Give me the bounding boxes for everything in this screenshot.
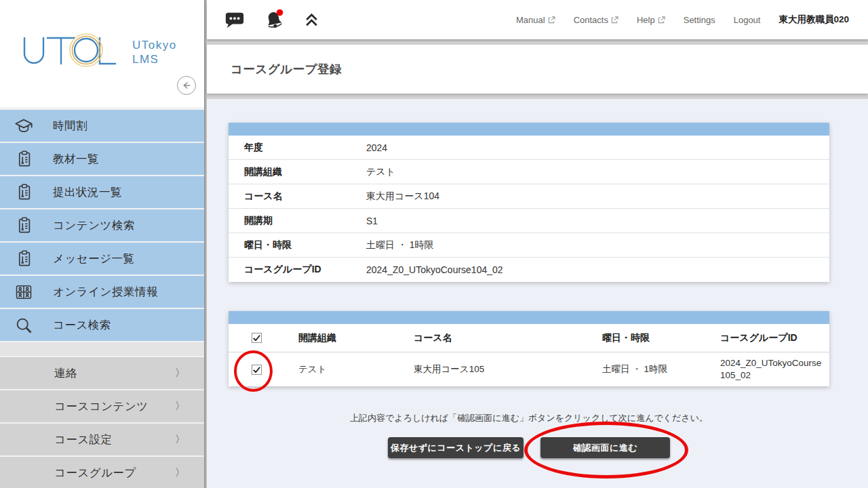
chevron-right-icon: 〉: [175, 400, 185, 413]
chevron-right-icon: 〉: [175, 367, 185, 380]
help-link-label: Help: [637, 15, 655, 25]
proceed-to-confirmation-button[interactable]: 確認画面に進む: [540, 437, 670, 458]
sidebar-item-materials[interactable]: 教材一覧: [0, 143, 204, 175]
course-selection-table: 開講組織 コース名 曜日・時限 コースグループID テスト 東大用コース105 …: [229, 311, 829, 386]
arrow-left-icon: [180, 79, 193, 92]
sidebar-section-contact[interactable]: 連絡 〉: [0, 357, 204, 389]
username: 東大用教職員020: [778, 14, 849, 26]
table-row: 曜日・時限 土曜日 ・ 1時限: [229, 233, 829, 258]
row-label: コースグループID: [229, 264, 366, 276]
settings-link[interactable]: Settings: [684, 15, 715, 25]
contacts-link[interactable]: Contacts: [574, 15, 618, 25]
external-link-icon: [611, 16, 618, 24]
table-row: 開講期 S1: [229, 209, 829, 233]
sidebar-item-submissions[interactable]: 提出状況一覧: [0, 176, 204, 208]
utol-logo: UTokyo LMS: [20, 31, 190, 75]
clipboard-icon: [14, 149, 34, 169]
manual-link-label: Manual: [516, 15, 545, 25]
row-label: 開講組織: [229, 166, 366, 178]
row-label: コース名: [229, 190, 366, 203]
sidebar-item-label: 教材一覧: [53, 152, 99, 167]
manual-link[interactable]: Manual: [516, 15, 555, 25]
logout-link[interactable]: Logout: [734, 15, 761, 25]
table-row: 開講組織 テスト: [229, 160, 829, 184]
cell-org: テスト: [285, 363, 403, 375]
cell-schedule: 土曜日 ・ 1時限: [590, 363, 709, 375]
sidebar-item-timetable[interactable]: 時間割: [0, 110, 204, 142]
sidebar-item-online-class[interactable]: オンライン授業情報: [0, 276, 204, 308]
back-to-course-top-button[interactable]: 保存せずにコーストップに戻る: [388, 437, 524, 458]
row-label: 曜日・時限: [229, 239, 366, 251]
help-link[interactable]: Help: [637, 15, 665, 25]
sidebar-section-label: 連絡: [54, 366, 77, 381]
sidebar-item-course-search[interactable]: コース検索: [0, 309, 204, 341]
row-checkbox[interactable]: [252, 365, 262, 375]
column-header: コースグループID: [709, 331, 829, 344]
main-content: 年度 2024 開講組織 テスト コース名 東大用コース104 開講期 S1 曜…: [207, 99, 868, 488]
logo-subtitle-2: LMS: [132, 53, 159, 66]
notification-badge: [277, 9, 283, 16]
contacts-link-label: Contacts: [574, 15, 608, 25]
sidebar: UTokyo LMS 時間割: [0, 0, 204, 488]
search-icon: [14, 315, 34, 336]
table-row: 年度 2024: [229, 136, 829, 160]
cell-course: 東大用コース105: [403, 363, 590, 375]
select-all-checkbox[interactable]: [252, 333, 262, 343]
notification-bell-icon[interactable]: [262, 8, 285, 31]
online-class-icon: [14, 282, 34, 302]
logo-panel: UTokyo LMS: [0, 0, 204, 107]
page-title: コースグループ登録: [231, 61, 342, 77]
row-value: 土曜日 ・ 1時限: [366, 239, 434, 251]
cell-group-id: 2024_Z0_UTokyoCourse105_02: [709, 357, 829, 381]
row-value: 2024: [366, 142, 387, 153]
column-header: 開講組織: [285, 332, 403, 344]
sidebar-item-label: メッセージ一覧: [53, 251, 135, 266]
sidebar-item-label: 提出状況一覧: [53, 185, 122, 200]
external-link-icon: [548, 16, 555, 24]
sidebar-item-label: コンテンツ検索: [53, 218, 135, 233]
topbar: Manual Contacts Help Settings: [207, 0, 868, 39]
sidebar-section-gap: [0, 342, 204, 356]
row-label: 年度: [229, 142, 366, 154]
collapse-topbar-icon[interactable]: [303, 12, 320, 28]
table-row: コースグループID 2024_Z0_UTokyoCourse104_02: [229, 258, 829, 282]
chat-icon[interactable]: [224, 10, 245, 29]
course-info-table: 年度 2024 開講組織 テスト コース名 東大用コース104 開講期 S1 曜…: [229, 123, 829, 282]
graduation-cap-icon: [14, 116, 34, 136]
clipboard-icon: [14, 249, 34, 269]
settings-link-label: Settings: [684, 15, 715, 25]
sidebar-item-label: コース検索: [53, 318, 111, 333]
check-icon: [252, 333, 261, 342]
sidebar-item-messages[interactable]: メッセージ一覧: [0, 243, 204, 274]
sidebar-section-course-contents[interactable]: コースコンテンツ 〉: [0, 390, 204, 422]
button-row: 保存せずにコーストップに戻る 確認画面に進む: [229, 437, 829, 458]
clipboard-icon: [14, 216, 34, 236]
sidebar-section-label: コースグループ: [54, 466, 136, 481]
table-row: コース名 東大用コース104: [229, 184, 829, 209]
chevron-right-icon: 〉: [175, 466, 185, 479]
instruction-note: 上記内容でよろしければ「確認画面に進む」ボタンをクリックして次に進んでください。: [229, 412, 829, 424]
sidebar-section-label: コース設定: [54, 432, 113, 447]
row-value: テスト: [366, 166, 395, 178]
row-value: 2024_Z0_UTokyoCourse104_02: [366, 264, 503, 275]
table-header-strip: [229, 123, 829, 136]
selection-header-row: 開講組織 コース名 曜日・時限 コースグループID: [229, 324, 829, 352]
sidebar-item-content-search[interactable]: コンテンツ検索: [0, 209, 204, 241]
column-header: 曜日・時限: [590, 332, 709, 344]
sidebar-section-label: コースコンテンツ: [54, 399, 149, 414]
row-value: 東大用コース104: [366, 190, 439, 203]
logout-link-label: Logout: [734, 15, 761, 25]
sidebar-item-label: オンライン授業情報: [53, 285, 158, 300]
column-header: コース名: [403, 332, 590, 344]
sidebar-menu: 時間割 教材一覧 提出状況一覧: [0, 110, 204, 341]
row-value: S1: [366, 216, 378, 226]
sidebar-collapse-button[interactable]: [177, 76, 196, 95]
row-label: 開講期: [229, 215, 366, 227]
sidebar-section-course-group[interactable]: コースグループ 〉: [0, 457, 204, 488]
selection-table-row: テスト 東大用コース105 土曜日 ・ 1時限 2024_Z0_UTokyoCo…: [229, 352, 829, 386]
clipboard-icon: [14, 182, 34, 203]
chevron-right-icon: 〉: [175, 433, 185, 446]
sidebar-section-course-settings[interactable]: コース設定 〉: [0, 424, 204, 455]
utol-app: UTokyo LMS 時間割: [0, 0, 868, 488]
sidebar-item-label: 時間割: [53, 119, 87, 134]
